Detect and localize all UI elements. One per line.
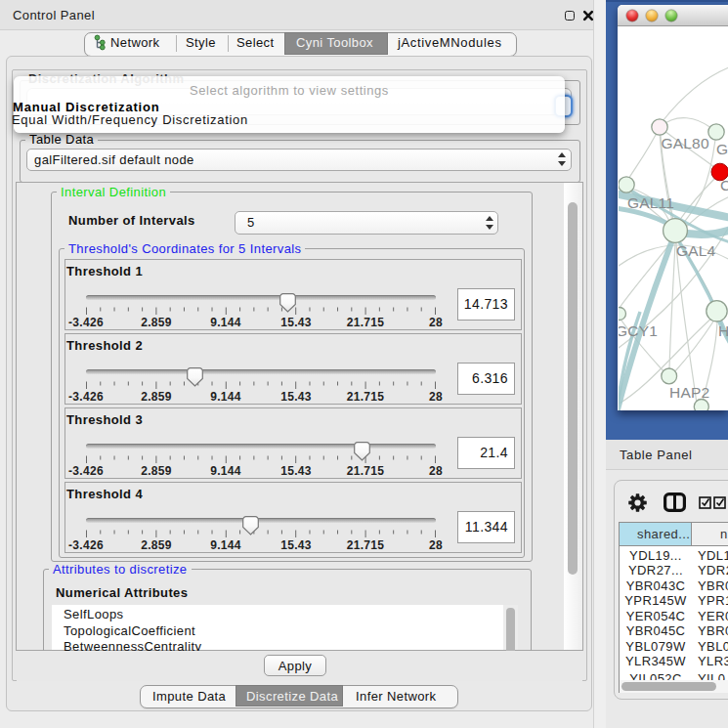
svg-text:GCY1: GCY1 [619,322,658,339]
svg-text:GAL80: GAL80 [662,135,709,151]
svg-text:GA: GA [716,141,728,157]
svg-text:GAL11: GAL11 [627,194,674,211]
svg-text:H: H [718,322,728,339]
svg-text:C: C [720,177,728,193]
svg-text:HAP2: HAP2 [669,384,709,401]
svg-text:GAL4: GAL4 [676,242,716,259]
